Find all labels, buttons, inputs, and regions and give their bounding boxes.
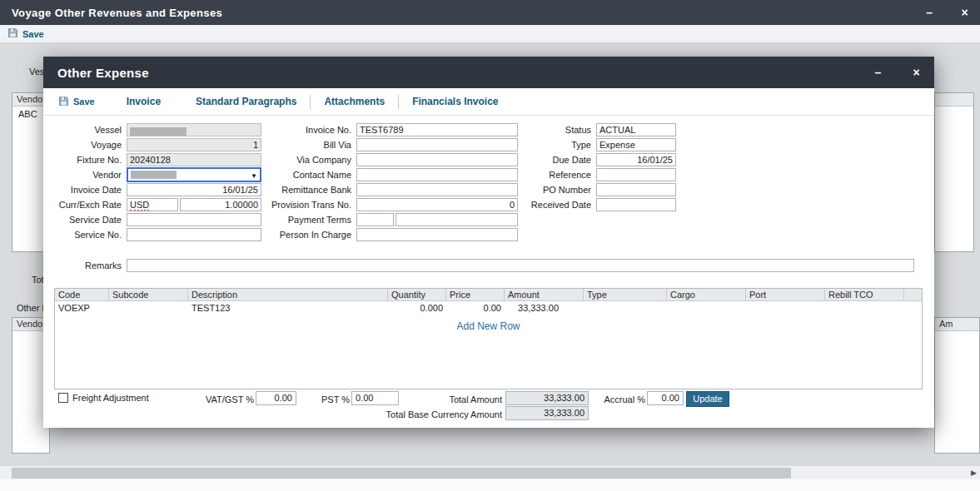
form-left-column: Vessel Voyage 1 Fixture No. 20240128 Ven…	[47, 122, 261, 242]
background-amount-header: Am	[935, 318, 979, 331]
pst-label: PST %	[291, 394, 350, 404]
column-header-filler	[904, 289, 922, 300]
vat-gst-label: VAT/GST %	[167, 394, 254, 404]
person-in-charge-label: Person In Charge	[243, 230, 356, 240]
type-field[interactable]: Expense	[596, 138, 676, 151]
total-amount-label: Total Amount	[376, 394, 502, 404]
remarks-row: Remarks	[47, 258, 914, 273]
payment-terms-desc-field[interactable]	[395, 213, 518, 226]
service-date-label: Service Date	[47, 215, 127, 225]
accrual-label: Accrual %	[589, 394, 645, 404]
invoice-date-field[interactable]: 16/01/25	[127, 183, 261, 196]
payment-terms-code-field[interactable]	[356, 213, 394, 226]
column-header-code[interactable]: Code	[55, 289, 109, 300]
cell-price[interactable]: 0.00	[446, 301, 505, 315]
vendor-dropdown[interactable]: ▼	[127, 167, 261, 182]
po-number-label: PO Number	[510, 185, 596, 195]
column-header-quantity[interactable]: Quantity	[388, 289, 446, 300]
column-header-description[interactable]: Description	[188, 289, 388, 300]
cell-cargo[interactable]	[667, 301, 746, 315]
table-row[interactable]: VOEXP TEST123 0.000 0.00 33,333.00	[55, 301, 922, 315]
column-header-type[interactable]: Type	[584, 289, 667, 300]
status-field[interactable]: ACTUAL	[596, 123, 676, 136]
service-no-label: Service No.	[47, 230, 127, 240]
vessel-label: Vessel	[47, 125, 127, 135]
cell-rebill-tco[interactable]	[825, 301, 904, 315]
toolbar-financials-invoice-link[interactable]: Financials Invoice	[400, 96, 510, 107]
column-header-port[interactable]: Port	[746, 289, 825, 300]
reference-field[interactable]	[596, 168, 676, 181]
other-expense-dialog: Other Expense – × Save Invoice Standard …	[43, 57, 934, 428]
toolbar-separator	[398, 95, 399, 109]
via-company-field[interactable]	[356, 153, 518, 166]
vat-gst-field[interactable]: 0.00	[256, 391, 296, 405]
column-header-rebill-tco[interactable]: Rebill TCO	[825, 289, 904, 300]
fixture-no-field[interactable]: 20240128	[127, 153, 261, 166]
due-date-field[interactable]: 16/01/25	[596, 153, 676, 166]
scrollbar-right-arrow-icon[interactable]: ▶	[971, 469, 977, 477]
toolbar-invoice-link[interactable]: Invoice	[115, 96, 172, 107]
accrual-field[interactable]: 0.00	[647, 391, 684, 405]
window-close-button[interactable]: ×	[961, 7, 968, 18]
cell-amount[interactable]: 33,333.00	[505, 301, 584, 315]
freight-adjustment-checkbox[interactable]: Freight Adjustment	[58, 393, 149, 403]
cell-description[interactable]: TEST123	[188, 301, 388, 315]
add-new-row-link[interactable]: Add New Row	[55, 320, 922, 332]
freight-adjustment-label: Freight Adjustment	[72, 393, 149, 403]
curr-exch-rate-label: Curr/Exch Rate	[47, 200, 127, 210]
dialog-save-button[interactable]: Save	[58, 96, 95, 108]
column-header-amount[interactable]: Amount	[505, 289, 584, 300]
provision-trans-no-field[interactable]: 0	[356, 198, 518, 211]
contact-name-field[interactable]	[356, 168, 518, 181]
cell-subcode[interactable]	[109, 301, 188, 315]
window-toolbar: Save	[0, 25, 980, 43]
due-date-label: Due Date	[510, 155, 596, 165]
background-top-right-table	[934, 92, 974, 252]
column-header-cargo[interactable]: Cargo	[667, 289, 746, 300]
voyage-field[interactable]: 1	[127, 138, 261, 151]
dialog-close-button[interactable]: ×	[913, 67, 920, 78]
person-in-charge-field[interactable]	[356, 228, 518, 241]
bill-via-label: Bill Via	[243, 140, 356, 150]
service-date-field[interactable]	[127, 213, 261, 226]
window-save-label: Save	[22, 29, 44, 39]
dialog-save-label: Save	[73, 97, 95, 107]
dialog-title: Other Expense	[57, 66, 149, 80]
type-label: Type	[510, 140, 596, 150]
bill-via-field[interactable]	[356, 138, 518, 151]
background-vessel-label: Ves	[29, 67, 44, 77]
scrollbar-thumb[interactable]	[12, 468, 791, 479]
vessel-field[interactable]	[127, 123, 261, 136]
toolbar-standard-paragraphs-link[interactable]: Standard Paragraphs	[184, 96, 308, 107]
po-number-field[interactable]	[596, 183, 676, 196]
contact-name-label: Contact Name	[243, 170, 356, 180]
via-company-label: Via Company	[243, 155, 356, 165]
invoice-no-field[interactable]: TEST6789	[356, 123, 518, 136]
column-header-subcode[interactable]: Subcode	[109, 289, 188, 300]
cell-code[interactable]: VOEXP	[55, 301, 109, 315]
horizontal-scrollbar[interactable]: ▶	[0, 465, 980, 479]
currency-field[interactable]: USD	[127, 198, 178, 211]
provision-trans-no-label: Provision Trans No.	[243, 200, 356, 210]
voyage-label: Voyage	[47, 140, 127, 150]
received-date-field[interactable]	[596, 198, 676, 211]
dialog-toolbar: Save Invoice Standard Paragraphs Attachm…	[43, 88, 934, 116]
cell-port[interactable]	[746, 301, 825, 315]
remittance-bank-field[interactable]	[356, 183, 518, 196]
column-header-price[interactable]: Price	[446, 289, 505, 300]
invoice-no-label: Invoice No.	[243, 125, 356, 135]
window-minimize-button[interactable]: –	[926, 7, 933, 18]
window-save-button[interactable]: Save	[7, 27, 44, 40]
cell-quantity[interactable]: 0.000	[388, 301, 446, 315]
vendor-label: Vendor	[47, 170, 127, 180]
toolbar-attachments-link[interactable]: Attachments	[312, 96, 396, 107]
service-no-field[interactable]	[127, 228, 261, 241]
redacted-value	[131, 171, 177, 179]
cell-type[interactable]	[584, 301, 667, 315]
dialog-minimize-button[interactable]: –	[874, 67, 881, 78]
update-button[interactable]: Update	[686, 391, 729, 407]
checkbox-icon[interactable]	[58, 393, 68, 403]
save-icon	[7, 27, 18, 40]
remarks-field[interactable]	[127, 259, 914, 272]
background-bottom-right-table: Am	[934, 317, 980, 454]
